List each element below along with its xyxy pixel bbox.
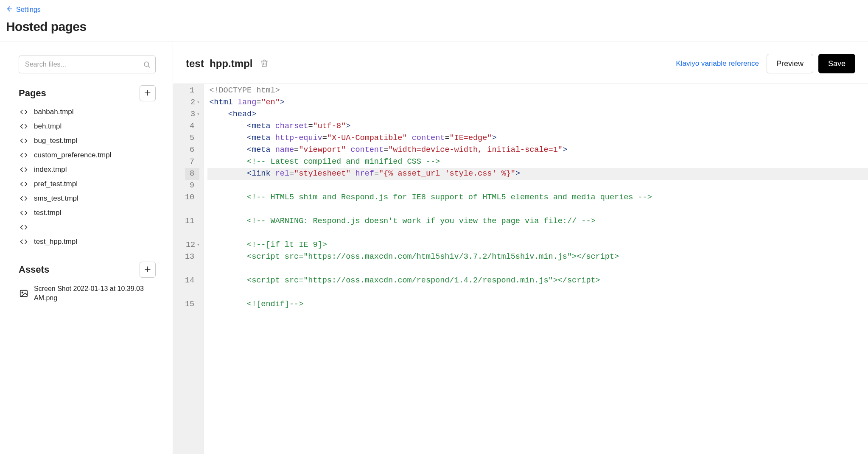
file-item[interactable]: custom_preference.tmpl bbox=[19, 148, 156, 162]
code-line[interactable]: <!-- WARNING: Respond.js doesn't work if… bbox=[207, 215, 868, 239]
pages-list: bahbah.tmplbeh.tmplbug_test.tmplcustom_p… bbox=[19, 105, 156, 249]
code-icon bbox=[19, 237, 29, 246]
code-icon bbox=[19, 122, 29, 131]
svg-rect-7 bbox=[20, 290, 28, 296]
file-name: bahbah.tmpl bbox=[34, 108, 74, 116]
assets-section-head: Assets bbox=[19, 262, 156, 278]
preview-button[interactable]: Preview bbox=[767, 54, 813, 73]
svg-line-2 bbox=[148, 66, 149, 67]
code-icon bbox=[19, 180, 29, 188]
code-line[interactable]: <html lang="en"> bbox=[207, 97, 868, 109]
pages-section-head: Pages bbox=[19, 85, 156, 101]
file-item[interactable]: pref_test.tmpl bbox=[19, 177, 156, 191]
search-input[interactable] bbox=[19, 56, 156, 73]
code-line[interactable]: <![endif]--> bbox=[207, 299, 868, 310]
variable-reference-link[interactable]: Klaviyo variable reference bbox=[676, 59, 759, 68]
page-header: Settings Hosted pages bbox=[0, 0, 868, 42]
code-line[interactable]: <meta http-equiv="X-UA-Compatible" conte… bbox=[207, 132, 868, 144]
code-editor[interactable]: 12▾3▾456789101112▾131415 <!DOCTYPE html>… bbox=[173, 84, 868, 454]
code-line[interactable]: <!--[if lt IE 9]> bbox=[207, 239, 868, 251]
main-layout: Pages bahbah.tmplbeh.tmplbug_test.tmplcu… bbox=[0, 42, 868, 454]
file-name: bug_test.tmpl bbox=[34, 137, 77, 145]
back-link-label: Settings bbox=[16, 6, 41, 14]
plus-icon bbox=[143, 265, 152, 275]
delete-file-button[interactable] bbox=[260, 59, 269, 69]
code-icon bbox=[19, 108, 29, 116]
code-line[interactable] bbox=[207, 180, 868, 192]
add-page-button[interactable] bbox=[140, 85, 156, 101]
fold-toggle-icon[interactable]: ▾ bbox=[197, 109, 199, 120]
code-line[interactable]: <script src="https://oss.maxcdn.com/html… bbox=[207, 251, 868, 275]
code-gutter: 12▾3▾456789101112▾131415 bbox=[173, 84, 204, 454]
svg-point-8 bbox=[22, 292, 23, 293]
file-item[interactable] bbox=[19, 220, 156, 235]
code-icon bbox=[19, 194, 29, 203]
code-icon bbox=[19, 151, 29, 159]
svg-point-1 bbox=[144, 62, 149, 67]
editor-toolbar: test_hpp.tmpl Klaviyo variable reference… bbox=[173, 42, 868, 84]
back-link[interactable]: Settings bbox=[6, 5, 41, 14]
arrow-left-icon bbox=[6, 5, 14, 14]
asset-item[interactable]: Screen Shot 2022-01-13 at 10.39.03 AM.pn… bbox=[19, 281, 156, 305]
save-button[interactable]: Save bbox=[818, 54, 855, 73]
code-line[interactable]: <meta name="viewport" content="width=dev… bbox=[207, 144, 868, 156]
code-line[interactable]: <link rel="stylesheet" href="{% asset_ur… bbox=[207, 168, 868, 180]
assets-list: Screen Shot 2022-01-13 at 10.39.03 AM.pn… bbox=[19, 281, 156, 305]
search-wrap bbox=[19, 56, 156, 73]
code-line[interactable]: <!DOCTYPE html> bbox=[207, 85, 868, 97]
add-asset-button[interactable] bbox=[140, 262, 156, 278]
page-title: Hosted pages bbox=[6, 20, 860, 34]
fold-toggle-icon[interactable]: ▾ bbox=[197, 97, 199, 109]
plus-icon bbox=[143, 89, 152, 98]
code-body[interactable]: <!DOCTYPE html><html lang="en"> <head> <… bbox=[204, 84, 868, 454]
code-line[interactable]: <head> bbox=[207, 109, 868, 120]
file-name: test.tmpl bbox=[34, 209, 61, 217]
trash-icon bbox=[260, 62, 269, 69]
code-line[interactable]: <!-- HTML5 shim and Respond.js for IE8 s… bbox=[207, 192, 868, 215]
code-line[interactable]: <!-- Latest compiled and minified CSS --… bbox=[207, 156, 868, 168]
search-icon bbox=[143, 61, 151, 68]
code-line[interactable]: <meta charset="utf-8"> bbox=[207, 120, 868, 132]
sidebar: Pages bahbah.tmplbeh.tmplbug_test.tmplcu… bbox=[0, 42, 173, 454]
code-icon bbox=[19, 137, 29, 145]
pages-section-title: Pages bbox=[19, 88, 46, 99]
file-item[interactable]: bahbah.tmpl bbox=[19, 105, 156, 119]
file-name: index.tmpl bbox=[34, 165, 67, 174]
file-item[interactable]: test.tmpl bbox=[19, 206, 156, 220]
file-item[interactable]: beh.tmpl bbox=[19, 119, 156, 134]
image-icon bbox=[19, 289, 29, 298]
asset-name: Screen Shot 2022-01-13 at 10.39.03 AM.pn… bbox=[34, 284, 156, 302]
fold-toggle-icon[interactable]: ▾ bbox=[197, 239, 199, 251]
editor-filename: test_hpp.tmpl bbox=[186, 58, 252, 70]
file-name: custom_preference.tmpl bbox=[34, 151, 111, 159]
code-icon bbox=[19, 209, 29, 217]
assets-section-title: Assets bbox=[19, 264, 49, 275]
file-item[interactable]: index.tmpl bbox=[19, 162, 156, 177]
file-name: beh.tmpl bbox=[34, 122, 62, 131]
file-item[interactable]: test_hpp.tmpl bbox=[19, 235, 156, 249]
file-name: sms_test.tmpl bbox=[34, 194, 78, 203]
file-item[interactable]: bug_test.tmpl bbox=[19, 134, 156, 148]
file-item[interactable]: sms_test.tmpl bbox=[19, 191, 156, 206]
editor-area: test_hpp.tmpl Klaviyo variable reference… bbox=[173, 42, 868, 454]
code-line[interactable]: <script src="https://oss.maxcdn.com/resp… bbox=[207, 275, 868, 299]
file-name: test_hpp.tmpl bbox=[34, 237, 77, 246]
file-name: pref_test.tmpl bbox=[34, 180, 78, 188]
code-icon bbox=[19, 223, 29, 232]
code-icon bbox=[19, 165, 29, 174]
